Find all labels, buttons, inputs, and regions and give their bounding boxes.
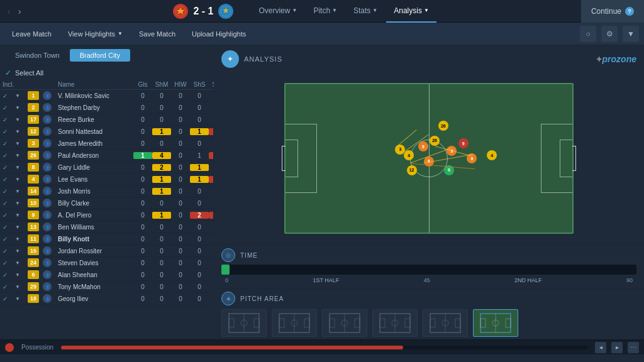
tab-stats[interactable]: Stats ▼ xyxy=(346,0,385,23)
row-dropdown[interactable]: ▼ xyxy=(15,260,28,266)
row-dropdown[interactable]: ▼ xyxy=(15,200,28,206)
select-all-check[interactable]: ✓ xyxy=(5,69,11,77)
player-name: Jordan Rossiter xyxy=(58,248,133,255)
more-icon[interactable]: ▼ xyxy=(623,26,639,42)
player-dot-far-2[interactable]: 4 xyxy=(487,150,497,160)
player-dot-shot-1[interactable]: 9 xyxy=(458,138,469,148)
player-name: Steven Davies xyxy=(58,260,133,266)
player-hiw: 0 xyxy=(171,283,190,290)
tab-pitch[interactable]: Pitch ▼ xyxy=(306,0,345,23)
view-highlights-button[interactable]: View Highlights ▼ xyxy=(61,27,130,41)
row-check[interactable]: ✓ xyxy=(3,212,15,219)
row-check[interactable]: ✓ xyxy=(3,236,15,243)
player-dot-8[interactable]: 8 xyxy=(418,141,428,151)
row-check[interactable]: ✓ xyxy=(3,92,15,99)
row-dropdown[interactable]: ▼ xyxy=(15,248,28,254)
tab-bradford[interactable]: Bradford City xyxy=(70,49,130,62)
player-hiw: 0 xyxy=(171,128,190,135)
row-dropdown[interactable]: ▼ xyxy=(15,236,28,242)
row-dropdown[interactable]: ▼ xyxy=(15,189,28,194)
row-dropdown[interactable]: ▼ xyxy=(15,93,28,99)
player-avatar: 👤 xyxy=(43,258,52,267)
row-dropdown[interactable]: ▼ xyxy=(15,141,28,146)
row-dropdown[interactable]: ▼ xyxy=(15,105,28,111)
pitch-thumb-4[interactable] xyxy=(372,309,418,337)
row-check[interactable]: ✓ xyxy=(3,116,15,123)
tab-swindon[interactable]: Swindon Town xyxy=(5,49,70,62)
row-check[interactable]: ✓ xyxy=(3,248,15,255)
row-dropdown[interactable]: ▼ xyxy=(15,153,28,158)
row-dropdown[interactable]: ▼ xyxy=(15,129,28,134)
row-dropdown[interactable]: ▼ xyxy=(15,117,28,123)
tab-overview[interactable]: Overview ▼ xyxy=(251,0,304,23)
row-check[interactable]: ✓ xyxy=(3,128,15,135)
row-check[interactable]: ✓ xyxy=(3,104,15,111)
player-shM: 0 xyxy=(152,116,171,123)
row-check[interactable]: ✓ xyxy=(3,140,15,147)
settings-icon[interactable]: ⚙ xyxy=(601,26,618,42)
analysis-icon: ✦ xyxy=(221,50,239,68)
row-check[interactable]: ✓ xyxy=(3,283,15,290)
table-row: ✓▼26👤Paul Anderson14012 xyxy=(0,150,213,162)
timeline-bar[interactable] xyxy=(221,265,636,275)
row-dropdown[interactable]: ▼ xyxy=(15,224,28,230)
row-dropdown[interactable]: ▼ xyxy=(15,284,28,290)
continue-button[interactable]: Continue ? xyxy=(581,0,644,23)
player-number: 9 xyxy=(28,211,39,219)
match-score: 2 - 1 xyxy=(193,6,213,17)
player-shM: 2 xyxy=(152,164,171,171)
row-check[interactable]: ✓ xyxy=(3,176,15,183)
player-shB: 2 xyxy=(209,212,213,219)
nav-forward-arrow[interactable]: › xyxy=(16,5,24,18)
row-check[interactable]: ✓ xyxy=(3,164,15,171)
leave-match-button[interactable]: Leave Match xyxy=(5,27,58,41)
player-dot-26-1[interactable]: 26 xyxy=(430,136,440,146)
toolbar: Leave Match View Highlights ▼ Save Match… xyxy=(0,23,644,45)
row-check[interactable]: ✓ xyxy=(3,272,15,278)
row-check[interactable]: ✓ xyxy=(3,188,15,195)
player-dot-4[interactable]: 4 xyxy=(404,150,414,160)
status-btn-3[interactable]: ⋯ xyxy=(628,342,639,353)
player-dot-12[interactable]: 12 xyxy=(407,165,417,175)
player-hiw: 0 xyxy=(171,248,190,255)
player-avatar: 👤 xyxy=(43,115,52,124)
pitch-thumb-2[interactable] xyxy=(272,309,317,337)
player-number: 18 xyxy=(28,294,39,303)
row-dropdown[interactable]: ▼ xyxy=(15,177,28,182)
player-shS: 0 xyxy=(190,188,209,195)
pitch-thumb-5[interactable] xyxy=(423,309,468,337)
player-avatar: 👤 xyxy=(43,103,52,112)
status-btn-2[interactable]: ▸ xyxy=(611,342,623,353)
row-dropdown[interactable]: ▼ xyxy=(15,165,28,170)
team-tabs: Swindon Town Bradford City xyxy=(0,45,213,66)
player-avatar: 👤 xyxy=(43,211,52,219)
pitch-thumb-6[interactable] xyxy=(473,309,518,337)
timeline-section: ◎ TIME 0 1ST HALF 45 2ND HALF 90 xyxy=(214,244,644,288)
row-check[interactable]: ✓ xyxy=(3,224,15,231)
row-check[interactable]: ✓ xyxy=(3,260,15,266)
player-shB: 1 xyxy=(209,128,213,135)
nav-back-arrow[interactable]: ‹ xyxy=(5,5,13,18)
player-hiw: 0 xyxy=(171,260,190,266)
circle-icon[interactable]: ○ xyxy=(580,26,596,42)
small-box-left xyxy=(286,140,298,177)
player-dot-26-2[interactable]: 26 xyxy=(438,121,448,131)
row-dropdown[interactable]: ▼ xyxy=(15,272,28,278)
status-btn-1[interactable]: ◂ xyxy=(595,342,606,353)
row-check[interactable]: ✓ xyxy=(3,200,15,207)
player-shM: 0 xyxy=(152,92,171,99)
row-check[interactable]: ✓ xyxy=(3,295,15,302)
upload-highlights-button[interactable]: Upload Highlights xyxy=(185,27,253,41)
player-number: 26 xyxy=(28,151,39,160)
pitch-thumb-3[interactable] xyxy=(322,309,367,337)
row-check[interactable]: ✓ xyxy=(3,152,15,159)
row-dropdown[interactable]: ▼ xyxy=(15,212,28,218)
pitch-thumb-1[interactable] xyxy=(221,309,267,337)
svg-rect-6 xyxy=(254,319,259,327)
select-all-row: ✓ Select All xyxy=(0,66,213,80)
tab-analysis[interactable]: Analysis ▼ xyxy=(386,0,436,23)
player-hiw: 0 xyxy=(171,200,190,207)
row-dropdown[interactable]: ▼ xyxy=(15,296,28,302)
table-row: ✓▼29👤Tony McMahon00000 xyxy=(0,281,213,293)
save-match-button[interactable]: Save Match xyxy=(132,27,182,41)
